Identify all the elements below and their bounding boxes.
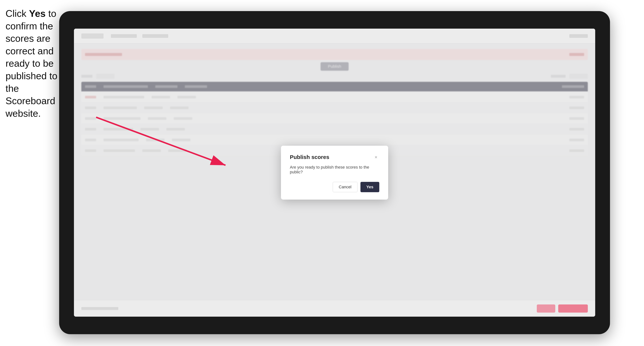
cancel-button[interactable]: Cancel [333, 182, 358, 192]
modal-body-text: Are you ready to publish these scores to… [290, 165, 379, 174]
screen-background: Publish [74, 29, 595, 317]
modal-header: Publish scores × [290, 154, 379, 161]
instruction-text: Click Yes to confirm the scores are corr… [6, 7, 59, 120]
modal-overlay: Publish scores × Are you ready to publis… [74, 29, 595, 317]
modal-title: Publish scores [290, 154, 329, 160]
modal-footer: Cancel Yes [290, 182, 379, 192]
yes-button[interactable]: Yes [360, 182, 379, 192]
modal-dialog: Publish scores × Are you ready to publis… [281, 146, 388, 200]
tablet-screen: Publish [74, 29, 595, 317]
modal-close-button[interactable]: × [373, 154, 379, 161]
tablet-device: Publish [59, 11, 610, 334]
